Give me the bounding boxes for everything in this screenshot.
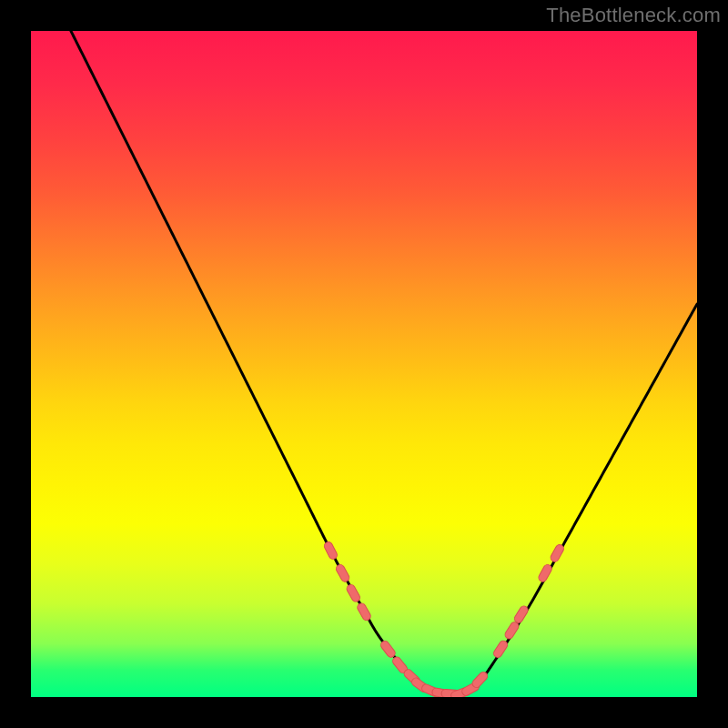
curve-marker (379, 640, 397, 659)
curve-markers (323, 541, 565, 697)
chart-frame: TheBottleneck.com (0, 0, 728, 728)
bottleneck-curve-path (71, 31, 697, 695)
plot-area (31, 31, 697, 697)
curve-marker (345, 583, 361, 603)
bottleneck-curve (71, 31, 697, 695)
curve-marker (550, 543, 565, 563)
curve-marker (335, 563, 351, 583)
watermark-text: TheBottleneck.com (546, 4, 721, 27)
curve-marker (470, 671, 489, 690)
curve-layer (31, 31, 697, 697)
curve-marker (503, 621, 520, 641)
curve-marker (356, 602, 372, 622)
curve-marker (513, 604, 530, 624)
curve-marker (323, 541, 339, 561)
curve-marker (492, 639, 510, 659)
curve-marker (537, 563, 553, 583)
